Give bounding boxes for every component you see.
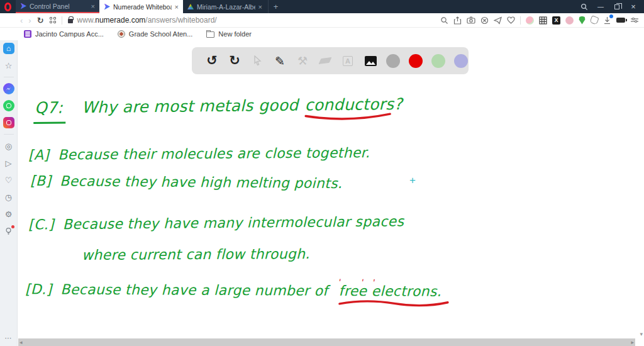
new-tab-button[interactable]: +: [268, 0, 283, 13]
text-tool-button[interactable]: A: [336, 50, 359, 72]
downloads-button[interactable]: [603, 16, 611, 25]
question-line: Q7:Why are most metals good conductors?: [33, 95, 404, 117]
tab-label: Numerade Whiteboard: [113, 3, 172, 11]
bookmark-favicon: [24, 30, 31, 38]
messenger-icon[interactable]: [3, 83, 14, 94]
redo-button[interactable]: ↻: [223, 50, 246, 72]
restore-icon: [614, 4, 619, 9]
pen-tool-button[interactable]: ✎: [269, 50, 291, 72]
image-tool-button[interactable]: [359, 50, 382, 72]
restore-button[interactable]: [609, 0, 625, 13]
option-d-line: [D.]Because they have a large number of …: [25, 281, 443, 299]
forward-button[interactable]: ›: [28, 16, 31, 25]
option-text: Because their molecules are close togeth…: [58, 145, 370, 162]
red-accent-marks: ʹ ʹʹ: [339, 278, 384, 288]
eraser-tool-button[interactable]: [314, 50, 336, 72]
sidebar-overflow-button[interactable]: ⋯: [0, 334, 17, 342]
tab-close-icon[interactable]: ×: [258, 3, 262, 11]
bookmark-label: Jacinto Campus Acc...: [35, 30, 104, 38]
tab-control-panel[interactable]: Control Panel ×: [16, 0, 99, 13]
bookmark-label: New folder: [218, 30, 252, 38]
eraser-icon: [318, 57, 331, 64]
option-text: Because they have many intermolecular sp…: [63, 213, 404, 232]
url-path: /answers/whiteboard/: [145, 16, 216, 25]
color-swatch-purple[interactable]: [454, 54, 468, 68]
sheets-grid-icon[interactable]: [539, 16, 547, 25]
color-swatch-gray[interactable]: [386, 54, 400, 68]
tab-close-icon[interactable]: ×: [91, 3, 95, 10]
extension-icon[interactable]: [526, 16, 534, 25]
sidebar-setup-icon[interactable]: [630, 16, 639, 24]
scroll-right-arrow[interactable]: ▸: [631, 340, 634, 345]
tab-search-icon[interactable]: [576, 0, 592, 13]
bookmark-jacinto-campus[interactable]: Jacinto Campus Acc...: [24, 30, 104, 38]
undo-button[interactable]: ↺: [201, 50, 223, 72]
bookmark-grade-school[interactable]: Grade School Aten...: [118, 30, 193, 38]
horizontal-scrollbar[interactable]: ◂ ▸: [18, 338, 635, 346]
question-highlight: conductors?: [303, 95, 404, 114]
color-swatch-green[interactable]: [431, 54, 445, 68]
minimize-button[interactable]: —: [592, 0, 609, 13]
tab-numerade-whiteboard[interactable]: Numerade Whiteboard ×: [99, 0, 183, 13]
sidebar-divider: [4, 77, 14, 77]
opera-menu-button[interactable]: [0, 0, 16, 13]
tab-close-icon[interactable]: ×: [175, 3, 179, 11]
opera-logo-icon: [4, 3, 11, 11]
reload-button[interactable]: ↻: [37, 16, 44, 25]
blocked-icon[interactable]: [480, 16, 489, 25]
url-prefix: www.: [77, 16, 96, 25]
battery-saver-icon[interactable]: [616, 18, 625, 23]
map-pin-extension-icon[interactable]: [579, 16, 586, 25]
whiteboard-toolbar: ↺ ↻ ✎ ⚒ A: [192, 47, 469, 74]
url-field[interactable]: www.numerade.com/answers/whiteboard/: [68, 16, 435, 25]
folder-icon: [206, 31, 214, 38]
bookmark-heart-icon[interactable]: [507, 16, 515, 24]
divider: [520, 16, 521, 25]
bookmark-new-folder[interactable]: New folder: [206, 30, 252, 38]
zoom-icon[interactable]: [440, 16, 448, 25]
question-text: Why are most metals good: [82, 96, 299, 117]
notification-dot: [11, 225, 14, 228]
speed-dial-home-button[interactable]: ⌂: [3, 43, 14, 54]
color-swatch-red[interactable]: [409, 54, 423, 68]
excel-extension-icon[interactable]: X: [552, 16, 560, 25]
whiteboard-canvas[interactable]: ↺ ↻ ✎ ⚒ A Q7:Why are most metals good: [18, 40, 644, 346]
back-button[interactable]: ‹: [20, 16, 23, 25]
snapshot-camera-icon[interactable]: [467, 16, 475, 24]
option-text: Because they have high melting points.: [60, 173, 342, 191]
image-icon: [365, 56, 377, 66]
player-icon[interactable]: ◎: [3, 140, 14, 152]
shapes-tool-button[interactable]: ⚒: [291, 50, 314, 72]
option-d-highlight: ʹ ʹʹ free electrons.: [338, 283, 443, 299]
whatsapp-icon[interactable]: [3, 100, 14, 111]
close-window-button[interactable]: ×: [625, 0, 641, 13]
option-text: Because they have a large number of: [60, 282, 328, 299]
scroll-left-arrow[interactable]: ◂: [19, 340, 23, 345]
bookmark-label: Grade School Aten...: [129, 30, 193, 38]
my-flow-icon[interactable]: [494, 16, 502, 25]
tab-bar: Control Panel × Numerade Whiteboard × Mi…: [0, 0, 644, 13]
share-icon[interactable]: [453, 16, 462, 25]
vertical-scroll-down-arrow[interactable]: ▾: [640, 331, 643, 337]
history-clock-icon[interactable]: ◷: [3, 191, 14, 203]
my-flow-plane-icon[interactable]: ▷: [3, 157, 14, 169]
bookmarks-star-icon[interactable]: ☆: [3, 60, 14, 71]
tab-google-drive[interactable]: Miriam-A-Lazar-Albert-Ta ×: [183, 0, 267, 13]
opera-sidebar: ⌂ ☆ ◎ ▷ ♡ ◷ ⚙ ⋯: [0, 40, 18, 346]
easy-setup-bulb-icon[interactable]: [3, 225, 14, 237]
option-a-line: [A]Because their molecules are close tog…: [28, 145, 370, 163]
divider: [62, 16, 62, 25]
lock-icon[interactable]: [68, 19, 73, 23]
tab-label: Miriam-A-Lazar-Albert-Ta: [197, 3, 255, 11]
url-text: www.numerade.com/answers/whiteboard/: [77, 16, 217, 25]
pointer-tool-button[interactable]: [246, 50, 269, 72]
crosshair-cursor: +: [409, 174, 416, 187]
favorites-heart-icon[interactable]: ♡: [3, 174, 14, 186]
instagram-icon[interactable]: [3, 117, 14, 128]
speed-dial-icon[interactable]: [50, 17, 56, 23]
address-bar: ‹ › ↻ www.numerade.com/answers/whiteboar…: [0, 13, 644, 28]
extension-icon[interactable]: [565, 16, 574, 25]
settings-gear-icon[interactable]: ⚙: [3, 208, 14, 220]
red-underline-stroke: [337, 298, 449, 308]
shield-extension-icon[interactable]: [589, 15, 599, 25]
